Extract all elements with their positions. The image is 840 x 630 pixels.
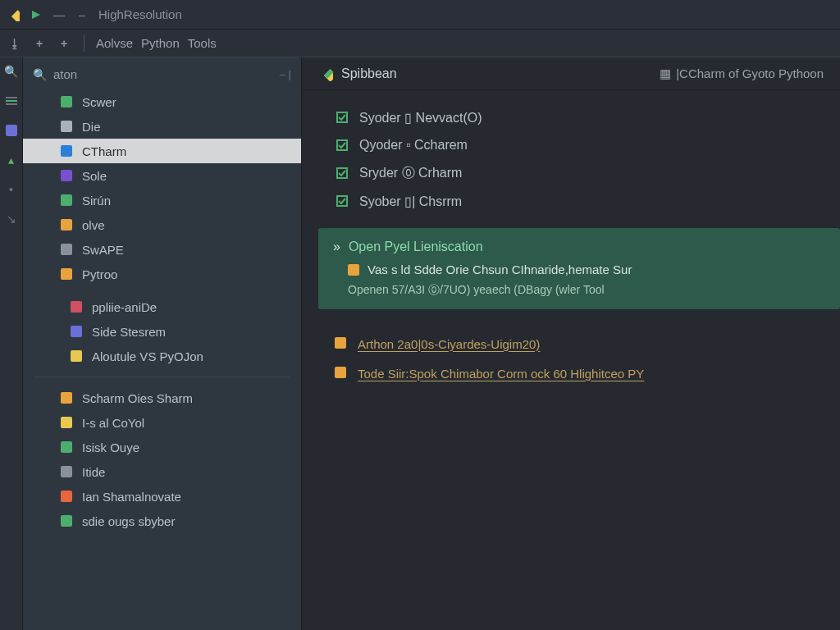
- tree-item[interactable]: olve: [23, 212, 301, 237]
- content-crumb[interactable]: ▦ |CCharm of Gyoto Pythoon: [660, 66, 824, 81]
- content-header: Spibbean ▦ |CCharm of Gyoto Pythoon: [302, 57, 840, 90]
- app-diamond-icon: [7, 8, 20, 21]
- rail-dot-icon[interactable]: •: [4, 182, 19, 197]
- tree-item[interactable]: CTharm: [23, 139, 301, 163]
- header-diamond-icon: [318, 66, 333, 81]
- tree-item[interactable]: Ian Shamalnovate: [23, 484, 301, 509]
- link-label: Arthon 2a0|0s-Ciyardes-Uigim20): [358, 337, 540, 351]
- main-area: 🔍 ▴ • ↘ 🔍 aton – | ScwerDieCTharmSoleSir…: [0, 57, 840, 630]
- tree-item-label: I-s al CoYol: [82, 416, 144, 430]
- tree-item[interactable]: Scwer: [23, 89, 301, 114]
- panel-title: Open Pyel Lieniscation: [349, 240, 483, 254]
- svg-rect-8: [337, 140, 347, 150]
- tree-item-label: Die: [82, 120, 101, 134]
- syober-icon: [335, 194, 349, 208]
- content-item[interactable]: Sryder ⓪ Crharm: [302, 159, 840, 187]
- tree-item-label: Aloutule VS PyOJon: [92, 349, 203, 363]
- content: Spibbean ▦ |CCharm of Gyoto Pythoon Syod…: [302, 57, 840, 630]
- tree-item-label: Scharm Oies Sharm: [82, 391, 193, 405]
- tree-item[interactable]: Side Stesrem: [33, 319, 301, 344]
- sbyber-icon: [59, 514, 74, 528]
- content-links: Arthon 2a0|0s-Ciyardes-Uigim20)Tode Siir…: [302, 309, 840, 388]
- arthor-icon: [335, 337, 348, 350]
- highlight-panel[interactable]: » Open Pyel Lieniscation Vas s ld Sdde O…: [318, 228, 840, 309]
- svg-rect-10: [337, 196, 347, 206]
- spyder-icon: [335, 110, 349, 125]
- toolbar-label-2[interactable]: Python: [141, 36, 180, 50]
- tree-item[interactable]: Itide: [23, 459, 301, 484]
- toolbar-add1-icon[interactable]: +: [31, 35, 48, 52]
- search-text: aton: [53, 67, 273, 81]
- toolbar-label-3[interactable]: Tools: [188, 36, 217, 50]
- toolbar-download-icon[interactable]: ⭳: [7, 35, 23, 52]
- tide-icon: [59, 464, 74, 479]
- charm-icon: [59, 144, 74, 158]
- sole-icon: [59, 168, 74, 183]
- sidebar: 🔍 aton – | ScwerDieCTharmSoleSirúnolveSw…: [23, 57, 302, 630]
- olve-icon: [59, 217, 74, 232]
- tree-item[interactable]: SwAPE: [23, 237, 301, 262]
- tree-item[interactable]: Pytroo: [23, 262, 301, 286]
- dash-icon: —: [52, 8, 66, 21]
- sidebar-search[interactable]: 🔍 aton – |: [23, 64, 301, 84]
- svg-rect-2: [6, 97, 17, 98]
- panel-row: Vas s ld Sdde Orie Chsun CIhnaride,hemat…: [333, 262, 825, 276]
- tree-item-label: Isisk Ouye: [82, 441, 139, 454]
- toolbar: ⭳ + + Aolvse Python Tools: [0, 30, 840, 57]
- svg-rect-4: [6, 103, 17, 105]
- svg-marker-1: [32, 11, 40, 19]
- rail-box-icon[interactable]: [4, 123, 19, 138]
- shama-icon: [59, 489, 74, 504]
- panel-row-icon: [348, 264, 359, 276]
- tree-item-label: Pytroo: [82, 267, 117, 281]
- tree-item-label: Scwer: [82, 95, 116, 109]
- qyoder-icon: [335, 138, 349, 153]
- minus-icon[interactable]: –: [75, 8, 89, 21]
- svg-rect-0: [11, 10, 20, 21]
- sirun-icon: [59, 193, 74, 208]
- window-title: HighResolution: [98, 7, 182, 21]
- play-icon[interactable]: [30, 8, 43, 21]
- content-item[interactable]: Syoder ▯ Nevvact(O): [302, 103, 840, 131]
- tree-item[interactable]: Aloutule VS PyOJon: [33, 344, 301, 368]
- link-row[interactable]: Tode Siir:Spok Chimabor Corm ock 60 Hlig…: [335, 358, 840, 388]
- search-collapse-icon[interactable]: – |: [280, 68, 291, 80]
- content-item-label: Syoder ▯ Nevvact(O): [359, 110, 482, 126]
- tree-item[interactable]: Scharm Oies Sharm: [23, 386, 301, 410]
- content-item-label: Qyoder ▫ Ccharem: [359, 138, 468, 153]
- rail-search-icon[interactable]: 🔍: [4, 64, 19, 79]
- python-icon: [59, 267, 74, 281]
- rail-wrench-icon[interactable]: ↘: [4, 212, 19, 226]
- tree-item[interactable]: Sirún: [23, 188, 301, 212]
- tree-item-label: Sole: [82, 169, 107, 183]
- tree-item[interactable]: Die: [23, 114, 301, 139]
- content-item[interactable]: Syober ▯| Chsrrm: [302, 187, 840, 215]
- content-item-label: Sryder ⓪ Crharm: [359, 165, 462, 182]
- titlebar: — – HighResolution: [0, 0, 840, 30]
- content-item[interactable]: Qyoder ▫ Ccharem: [302, 131, 840, 159]
- module-icon: [69, 349, 84, 363]
- tree-item-label: CTharm: [82, 144, 126, 158]
- scwer-icon: [59, 94, 74, 109]
- side-icon: [69, 324, 84, 339]
- swape-icon: [59, 242, 74, 257]
- content-title: Spibbean: [341, 66, 397, 81]
- scharm-icon: [59, 390, 74, 405]
- rail-lines-icon[interactable]: [4, 94, 19, 108]
- tree-item-label: Side Stesrem: [92, 325, 166, 339]
- tree-item[interactable]: I-s al CoYol: [23, 410, 301, 435]
- tree-separator: [34, 377, 290, 377]
- tree-item[interactable]: ppliie-aniDe: [33, 294, 301, 319]
- panel-title-row: » Open Pyel Lieniscation: [333, 240, 825, 254]
- tree-item-label: Itide: [82, 465, 105, 479]
- toolbar-label-1[interactable]: Aolvse: [96, 36, 133, 50]
- tree-item[interactable]: sdie ougs sbyber: [23, 509, 301, 533]
- rail-up-icon[interactable]: ▴: [4, 153, 19, 167]
- link-row[interactable]: Arthon 2a0|0s-Ciyardes-Uigim20): [335, 329, 840, 358]
- tree-item[interactable]: Sole: [23, 163, 301, 188]
- tree-item-label: Ian Shamalnovate: [82, 490, 181, 504]
- tree-item-label: Sirún: [82, 194, 111, 208]
- toolbar-add2-icon[interactable]: +: [56, 35, 72, 52]
- tree-item-label: ppliie-aniDe: [92, 300, 157, 314]
- tree-item[interactable]: Isisk Ouye: [23, 435, 301, 459]
